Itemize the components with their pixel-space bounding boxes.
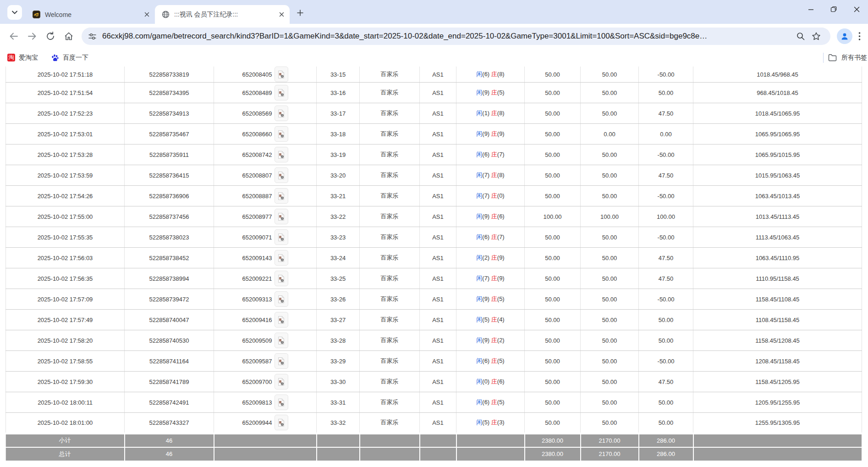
bookmark-aitaobao[interactable]: 淘 爱淘宝 bbox=[7, 54, 38, 62]
replay-video-button[interactable] bbox=[275, 147, 288, 162]
cell-time: 2025-10-02 17:51:54 bbox=[6, 83, 125, 103]
round-number: 652008887 bbox=[242, 193, 272, 200]
browser-menu-button[interactable] bbox=[855, 28, 863, 44]
cell-bet-amount[interactable]: 50.00 bbox=[525, 124, 581, 145]
cell-bet-amount[interactable]: 50.00 bbox=[525, 67, 581, 83]
player-points: (5) bbox=[482, 316, 489, 323]
close-icon bbox=[854, 6, 860, 12]
cell-bet-amount[interactable]: 50.00 bbox=[525, 103, 581, 124]
cell-bet-amount[interactable]: 50.00 bbox=[525, 413, 581, 434]
bookmark-baidu[interactable]: 百度一下 bbox=[51, 54, 88, 62]
cell-bet-amount[interactable]: 50.00 bbox=[525, 330, 581, 351]
bookmark-label: 百度一下 bbox=[63, 54, 88, 62]
reload-icon bbox=[45, 31, 55, 41]
cell-bet-amount[interactable]: 50.00 bbox=[525, 227, 581, 248]
cell-bet-amount[interactable]: 50.00 bbox=[525, 248, 581, 268]
tab-close-icon[interactable] bbox=[142, 10, 151, 19]
reload-button[interactable] bbox=[41, 27, 60, 45]
replay-video-button[interactable] bbox=[275, 85, 288, 100]
replay-video-button[interactable] bbox=[275, 312, 288, 328]
player-points: (6) bbox=[482, 151, 489, 158]
cell-win-loss: 50.00 bbox=[639, 330, 693, 351]
cell-bet-amount[interactable]: 50.00 bbox=[525, 392, 581, 413]
address-bar[interactable]: 66cxkj98.com/game/betrecord_search/kind3… bbox=[82, 28, 830, 45]
cell-bet-amount[interactable]: 50.00 bbox=[525, 289, 581, 310]
cell-time: 2025-10-02 17:51:18 bbox=[6, 67, 125, 83]
cell-table-no: 33-15 bbox=[317, 67, 360, 83]
cell-result: 闲(9) 庄(5) bbox=[456, 83, 525, 103]
cell-bet-amount[interactable]: 50.00 bbox=[525, 145, 581, 165]
banker-label: 庄 bbox=[491, 378, 497, 385]
zoom-page-button[interactable] bbox=[793, 28, 808, 44]
replay-video-button[interactable] bbox=[275, 167, 288, 183]
cell-balance: 1013.45/1113.45 bbox=[693, 206, 862, 227]
cell-table-no: 33-19 bbox=[317, 145, 360, 165]
all-bookmarks[interactable]: 所有书签 bbox=[823, 53, 867, 63]
cell-bet-id: 522858742491 bbox=[125, 392, 214, 413]
tab-search-button[interactable] bbox=[7, 5, 22, 20]
cell-bet-amount[interactable]: 50.00 bbox=[525, 165, 581, 186]
round-number: 652008807 bbox=[242, 172, 272, 179]
profile-avatar[interactable] bbox=[837, 28, 852, 44]
cell-account: AS1 bbox=[420, 186, 456, 206]
banker-label: 庄 bbox=[491, 337, 497, 344]
cell-balance: 1018.45/968.45 bbox=[693, 67, 862, 83]
banker-points: (2) bbox=[497, 337, 505, 344]
star-icon bbox=[812, 32, 821, 41]
player-points: (9) bbox=[482, 130, 489, 137]
cell-game: 百家乐 bbox=[360, 145, 420, 165]
replay-video-button[interactable] bbox=[275, 415, 288, 430]
replay-video-button[interactable] bbox=[275, 271, 288, 286]
cell-time: 2025-10-02 17:53:28 bbox=[6, 145, 125, 165]
banker-label: 庄 bbox=[491, 234, 497, 240]
cell-win-loss: 47.50 bbox=[639, 372, 693, 392]
replay-video-button[interactable] bbox=[275, 291, 288, 307]
back-button[interactable] bbox=[5, 27, 23, 45]
cell-bet-id: 522858738023 bbox=[125, 227, 214, 248]
new-tab-button[interactable] bbox=[292, 5, 308, 21]
replay-video-button[interactable] bbox=[275, 126, 288, 142]
replay-video-button[interactable] bbox=[275, 374, 288, 389]
folder-icon bbox=[828, 54, 837, 61]
cell-bet-amount[interactable]: 50.00 bbox=[525, 268, 581, 289]
player-points: (9) bbox=[482, 295, 489, 302]
player-points: (9) bbox=[482, 89, 489, 96]
close-window-button[interactable] bbox=[845, 0, 868, 18]
banker-label: 庄 bbox=[491, 275, 497, 282]
replay-video-button[interactable] bbox=[275, 395, 288, 410]
url-text[interactable]: 66cxkj98.com/game/betrecord_search/kind3… bbox=[102, 32, 793, 41]
summary-empty bbox=[693, 447, 862, 461]
cell-bet-amount[interactable]: 50.00 bbox=[525, 186, 581, 206]
cell-win-loss: -50.00 bbox=[639, 145, 693, 165]
replay-video-button[interactable] bbox=[275, 106, 288, 121]
cell-bet-id: 522858738452 bbox=[125, 248, 214, 268]
tab-welcome[interactable]: Welcome bbox=[26, 5, 155, 24]
tab-bet-records[interactable]: :::视讯 会员下注纪录::: bbox=[155, 5, 290, 24]
cell-game: 百家乐 bbox=[360, 248, 420, 268]
forward-button[interactable] bbox=[23, 27, 41, 45]
replay-video-button[interactable] bbox=[275, 353, 288, 369]
player-points: (7) bbox=[482, 275, 489, 282]
bookmark-star-button[interactable] bbox=[808, 28, 824, 44]
replay-video-button[interactable] bbox=[275, 229, 288, 245]
table-row: 2025-10-02 17:57:49 522858740047 6520094… bbox=[6, 310, 862, 330]
replay-video-button[interactable] bbox=[275, 250, 288, 266]
replay-video-button[interactable] bbox=[275, 333, 288, 348]
cell-bet-amount[interactable]: 50.00 bbox=[525, 310, 581, 330]
replay-video-button[interactable] bbox=[275, 209, 288, 224]
replay-video-button[interactable] bbox=[275, 188, 288, 204]
cell-bet-amount[interactable]: 50.00 bbox=[525, 83, 581, 103]
cell-time: 2025-10-02 17:55:00 bbox=[6, 206, 125, 227]
window-controls bbox=[799, 0, 868, 18]
minimize-button[interactable] bbox=[799, 0, 822, 18]
restore-button[interactable] bbox=[822, 0, 845, 18]
cell-bet-amount[interactable]: 50.00 bbox=[525, 351, 581, 372]
round-number: 652009509 bbox=[242, 337, 272, 344]
replay-video-button[interactable] bbox=[275, 67, 288, 82]
player-points: (7) bbox=[482, 172, 489, 178]
cell-bet-amount[interactable]: 100.00 bbox=[525, 206, 581, 227]
tab-close-icon[interactable] bbox=[277, 10, 286, 19]
home-button[interactable] bbox=[60, 27, 78, 45]
site-settings-icon[interactable] bbox=[88, 32, 97, 41]
cell-bet-amount[interactable]: 50.00 bbox=[525, 372, 581, 392]
